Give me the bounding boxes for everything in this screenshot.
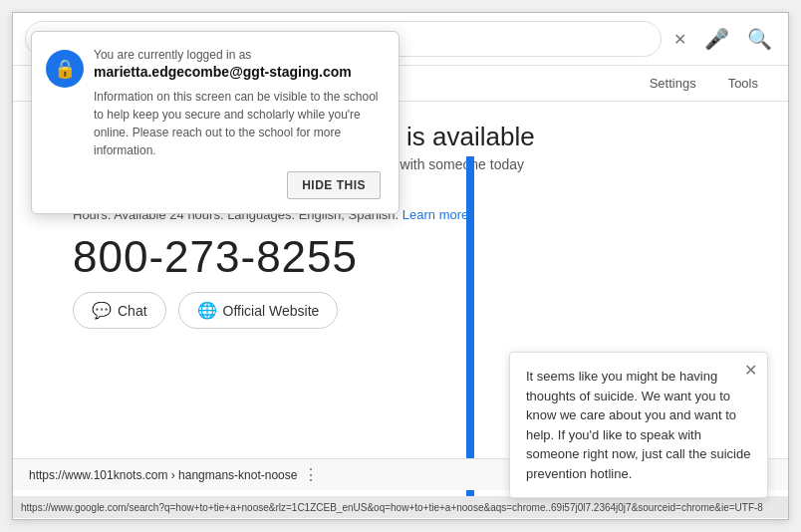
hide-this-button[interactable]: HIDE THIS <box>287 171 381 199</box>
logged-as-label: You are currently logged in as <box>94 48 381 62</box>
login-avatar: 🔒 <box>46 50 84 88</box>
login-email: marietta.edgecombe@ggt-staging.com <box>94 64 381 80</box>
login-popup-body: You are currently logged in as marietta.… <box>94 48 381 199</box>
result-url: https://www.101knots.com › hangmans-knot… <box>29 468 297 482</box>
website-icon: 🌐 <box>197 301 217 320</box>
warning-close-button[interactable]: ✕ <box>744 361 757 380</box>
status-text: https://www.google.com/search?q=how+to+t… <box>21 502 763 513</box>
warning-text: It seems like you might be having though… <box>526 367 751 483</box>
close-icon[interactable]: ✕ <box>669 26 690 53</box>
status-bar: https://www.google.com/search?q=how+to+t… <box>13 496 788 518</box>
learn-more-link[interactable]: Learn more <box>402 207 468 222</box>
result-menu-icon[interactable]: ⋮ <box>303 465 319 484</box>
website-label: Official Website <box>223 303 320 319</box>
tools-link[interactable]: Tools <box>714 68 772 99</box>
login-info-text: Information on this screen can be visibl… <box>94 88 381 159</box>
official-website-button[interactable]: 🌐 Official Website <box>178 292 339 329</box>
search-icon[interactable]: 🔍 <box>743 23 776 55</box>
search-icon-group: ✕ 🎤 🔍 <box>669 23 776 55</box>
chat-button[interactable]: 💬 Chat <box>73 292 166 329</box>
phone-number: 800-273-8255 <box>73 232 748 282</box>
lock-icon: 🔒 <box>54 58 76 80</box>
chat-icon: 💬 <box>92 301 112 320</box>
warning-popup: ✕ It seems like you might be having thou… <box>509 352 768 498</box>
action-buttons: 💬 Chat 🌐 Official Website <box>73 292 748 329</box>
settings-link[interactable]: Settings <box>636 68 710 99</box>
login-popup: 🔒 You are currently logged in as mariett… <box>31 31 400 214</box>
chat-label: Chat <box>118 303 147 319</box>
mic-icon[interactable]: 🎤 <box>700 23 733 55</box>
